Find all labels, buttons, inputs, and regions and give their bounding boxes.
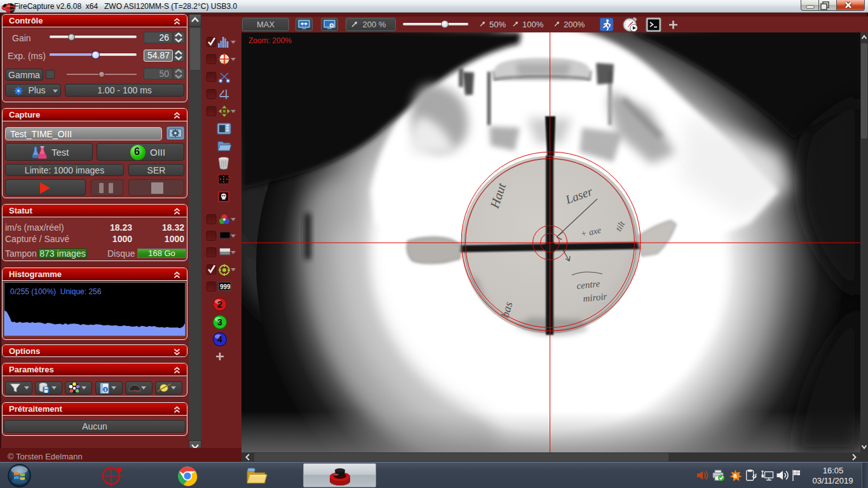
- svg-text:2: 2: [217, 299, 222, 309]
- svg-text:4: 4: [217, 334, 222, 344]
- svg-text:999: 999: [220, 283, 231, 290]
- svg-text:Zoom: 200%: Zoom: 200%: [248, 36, 292, 45]
- svg-text:a: a: [733, 472, 737, 479]
- svg-text:i: i: [105, 387, 106, 393]
- svg-text:0/255 (100%) Unique: 256: 0/255 (100%) Unique: 256: [10, 287, 102, 296]
- svg-text:3: 3: [217, 317, 222, 327]
